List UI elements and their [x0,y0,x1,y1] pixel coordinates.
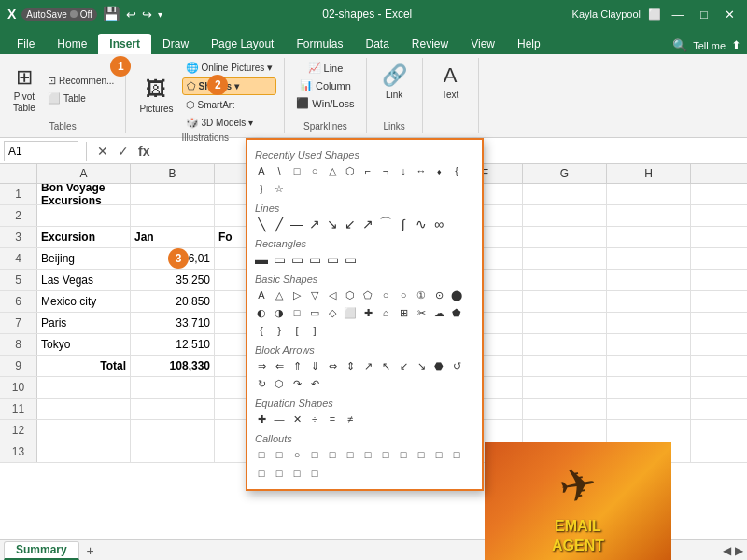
shape-icon[interactable]: ∿ [413,216,430,232]
shape-icon[interactable]: □ [395,446,412,463]
pictures-button[interactable]: 🖼 Pictures [134,74,178,118]
cell-g11[interactable] [523,399,607,419]
shape-icon[interactable]: ○ [306,162,323,179]
shape-icon[interactable]: ⬟ [448,304,465,321]
cell-g1[interactable] [523,184,607,204]
cell-g12[interactable] [523,420,607,441]
shape-icon[interactable]: ↷ [289,375,305,392]
cell-g2[interactable] [523,205,607,226]
redo-icon[interactable]: ↪ [142,7,152,21]
table-button[interactable]: ⬜ Table [44,91,118,106]
shape-icon[interactable]: ╱ [271,216,288,232]
tab-insert[interactable]: Insert [98,34,151,54]
shape-icon[interactable]: ↺ [448,357,465,374]
sheet-tab-summary[interactable]: Summary [4,541,79,560]
shape-icon[interactable]: □ [289,162,305,179]
shape-icon[interactable]: ✂ [413,304,430,321]
shape-icon[interactable]: ⬠ [359,287,376,303]
cell-h3[interactable] [607,227,691,247]
shape-icon[interactable]: □ [306,465,323,482]
cell-b6[interactable]: 20,850 [131,291,215,312]
shape-icon[interactable]: ▷ [289,287,305,303]
cell-h8[interactable] [607,334,691,355]
shape-icon[interactable]: } [271,322,288,339]
tab-file[interactable]: File [6,34,46,54]
shape-icon[interactable]: ▭ [271,251,288,268]
shape-icon[interactable]: ▭ [306,304,323,321]
tab-formulas[interactable]: Formulas [285,34,354,54]
shape-icon[interactable]: □ [253,465,270,482]
shape-icon[interactable]: □ [324,446,341,463]
pivot-table-button[interactable]: ⊞ PivotTable [7,62,41,118]
cell-a4[interactable]: Beijing [37,248,131,269]
shape-icon[interactable]: ◇ [324,304,341,321]
shape-icon[interactable]: ≠ [342,411,359,427]
minimize-button[interactable]: — [669,5,687,23]
cell-g5[interactable] [523,270,607,290]
shape-icon[interactable]: ⇒ [253,357,270,374]
undo-icon[interactable]: ↩ [126,7,136,21]
maximize-button[interactable]: □ [695,5,713,23]
shape-icon[interactable]: \ [271,162,288,179]
shape-icon[interactable]: ☆ [271,180,288,197]
shape-icon[interactable]: ⬡ [271,375,288,392]
shape-icon[interactable]: ↓ [395,162,412,179]
cell-b11[interactable] [131,399,215,419]
shape-icon[interactable]: [ [289,322,305,339]
cell-g10[interactable] [523,377,607,398]
shape-icon[interactable]: □ [430,446,447,463]
shape-icon[interactable]: ↗ [359,216,376,232]
ribbon-display-btn[interactable]: ⬜ [648,8,661,21]
shape-icon[interactable]: ↻ [253,375,270,392]
cell-h6[interactable] [607,291,691,312]
cell-a12[interactable] [37,420,131,441]
cell-h9[interactable] [607,356,691,376]
cell-b13[interactable] [131,441,215,462]
shape-icon[interactable]: □ [271,465,288,482]
shape-icon[interactable]: ⬣ [430,357,447,374]
shape-icon[interactable]: □ [342,446,359,463]
shape-icon[interactable]: △ [271,287,288,303]
cell-a3[interactable]: Excursion [37,227,131,247]
cell-b12[interactable] [131,420,215,441]
shape-icon[interactable]: □ [306,446,323,463]
shape-icon[interactable]: ⬜ [342,304,359,321]
shape-icon[interactable]: ✕ [289,411,305,427]
scroll-right-icon[interactable]: ▶ [735,544,743,557]
shape-icon[interactable]: ⊙ [430,287,447,303]
text-button[interactable]: A Text [436,60,464,104]
shape-icon[interactable]: = [324,411,341,427]
shape-icon[interactable]: ⌐ [359,162,376,179]
shape-icon[interactable]: ↙ [395,357,412,374]
shape-icon[interactable]: □ [359,446,376,463]
shape-icon[interactable]: A [253,287,270,303]
tab-draw[interactable]: Draw [151,34,200,54]
shape-icon[interactable]: ∞ [430,216,447,232]
cell-b3[interactable]: Jan [131,227,215,247]
col-header-a[interactable]: A [37,164,131,183]
smartart-button[interactable]: ⬡ SmartArt [182,97,277,113]
shape-icon[interactable]: ▬ [253,251,270,268]
shape-icon[interactable]: ⌒ [377,216,394,232]
shape-icon[interactable]: ▭ [342,251,359,268]
shape-icon[interactable]: ↘ [413,357,430,374]
cell-b9[interactable]: 108,330 [131,356,215,376]
shape-icon[interactable]: ○ [377,287,394,303]
shape-icon[interactable]: ⌂ [377,304,394,321]
cell-a6[interactable]: Mexico city [37,291,131,312]
shape-icon[interactable]: — [289,216,305,232]
save-icon[interactable]: 💾 [103,6,120,22]
shape-icon[interactable]: ☁ [430,304,447,321]
tab-help[interactable]: Help [506,34,552,54]
shape-icon[interactable]: { [448,162,465,179]
shape-icon[interactable]: □ [289,465,305,482]
cell-a10[interactable] [37,377,131,398]
cell-g8[interactable] [523,334,607,355]
shape-icon[interactable]: ① [413,287,430,303]
shape-icon[interactable]: ] [306,322,323,339]
cell-a7[interactable]: Paris [37,313,131,333]
shape-icon[interactable]: ⬤ [448,287,465,303]
cell-h12[interactable] [607,420,691,441]
shape-icon[interactable]: ◑ [271,304,288,321]
shape-icon[interactable]: ╲ [253,216,270,232]
